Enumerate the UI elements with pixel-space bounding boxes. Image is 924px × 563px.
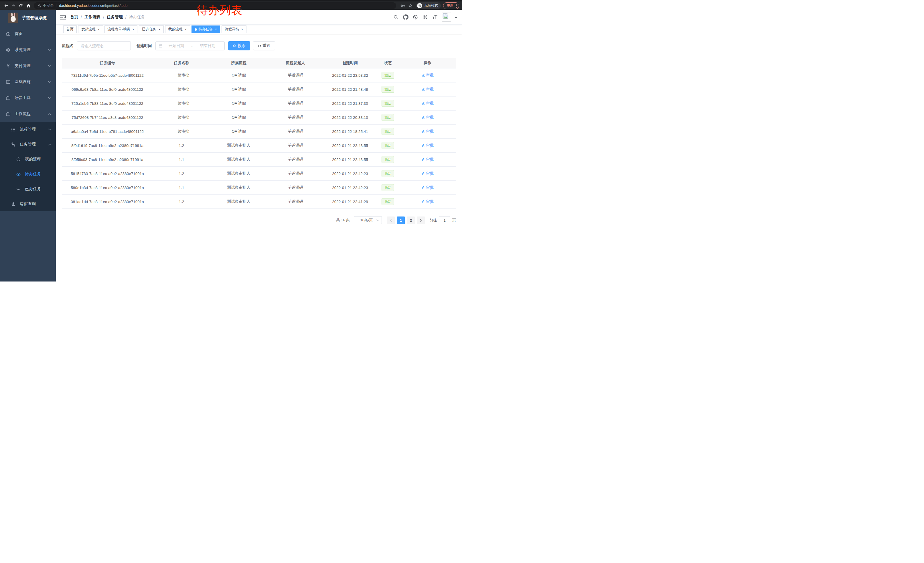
fullscreen-icon [423, 15, 428, 20]
process-cell: OA 请假 [210, 73, 267, 78]
sidebar-item-process-management[interactable]: 流程管理 [0, 122, 56, 137]
browser-menu-icon[interactable] [456, 3, 457, 8]
table-row: 75d72608-7b7f-11ec-a3c8-acde48001122 一级审… [62, 111, 456, 125]
fullscreen-button[interactable] [420, 12, 430, 22]
sidebar-item-dev-tools[interactable]: 研发工具 [0, 90, 56, 106]
page-button-1[interactable]: 1 [397, 216, 405, 224]
password-manager-button[interactable] [399, 2, 406, 9]
process-cell: 测试多审批人 [210, 185, 267, 190]
user-avatar[interactable] [442, 13, 451, 22]
sidebar-item-infrastructure[interactable]: 基础设施 [0, 74, 56, 90]
browser-back-button[interactable] [2, 2, 10, 9]
sidebar-item-payment[interactable]: 支付管理 [0, 58, 56, 74]
starter-cell: 芋道源码 [267, 73, 324, 78]
goto-label: 前往 [429, 218, 437, 223]
tab-todo-tasks[interactable]: 待办任务× [192, 26, 220, 33]
font-size-button[interactable] [430, 12, 440, 22]
date-range-picker[interactable]: 开始日期 - 结束日期 [155, 41, 225, 50]
approve-link[interactable]: 审批 [422, 171, 434, 176]
breadcrumb-home[interactable]: 首页 [70, 15, 78, 20]
status-badge: 激活 [382, 156, 394, 163]
approve-link[interactable]: 审批 [422, 73, 434, 78]
browser-reload-button[interactable] [17, 2, 25, 9]
key-icon [400, 3, 405, 8]
reset-button[interactable]: 重置 [253, 41, 275, 50]
browser-forward-button[interactable] [10, 2, 17, 9]
sidebar-item-leave-query[interactable]: 请假查询 [0, 197, 56, 211]
goto-page-input[interactable] [439, 216, 450, 224]
chevron-left-icon [390, 219, 392, 222]
task-name-cell: 一级审批 [153, 115, 210, 120]
page-size-select[interactable]: 10条/页 [354, 216, 382, 224]
chevron-down-icon [48, 97, 51, 99]
sidebar-item-task-management[interactable]: 任务管理 [0, 137, 56, 152]
column-header-create-time: 创建时间 [324, 60, 377, 66]
create-time-cell: 2022-01-22 21:37:30 [324, 101, 377, 106]
create-time-cell: 2022-01-22 18:25:41 [324, 129, 377, 134]
tab-process-detail[interactable]: 流程详情× [222, 26, 246, 33]
tab-my-process[interactable]: 我的流程× [165, 26, 190, 33]
tab-process-form-edit[interactable]: 流程表单-编辑× [105, 26, 138, 33]
user-menu-caret-icon[interactable] [454, 17, 458, 19]
sidebar-item-system[interactable]: 系统管理 [0, 42, 56, 58]
page-button-2[interactable]: 2 [407, 216, 415, 224]
sidebar-logo[interactable]: 芋道管理系统 [0, 10, 56, 26]
table-body: 73211d9d-7b9b-11ec-b5b7-acde48001122 一级审… [62, 68, 456, 209]
logo-avatar [8, 13, 18, 23]
sidebar-item-home[interactable]: 首页 [0, 26, 56, 42]
breadcrumb-separator: / [81, 15, 82, 20]
close-icon[interactable]: × [132, 27, 135, 31]
help-button[interactable] [411, 12, 420, 22]
approve-link[interactable]: 审批 [422, 115, 434, 120]
approve-link[interactable]: 审批 [422, 157, 434, 162]
browser-update-button[interactable]: 更新 [443, 2, 459, 9]
tab-home[interactable]: 首页 [63, 26, 77, 33]
task-id-cell: 580e1b3d-7ac8-11ec-a9e2-a2380e71991a [62, 186, 153, 190]
sidebar-item-label: 我的流程 [25, 157, 41, 162]
tab-done-tasks[interactable]: 已办任务× [139, 26, 164, 33]
sidebar-item-my-process[interactable]: 我的流程 [0, 152, 56, 167]
close-icon[interactable]: × [215, 27, 217, 31]
sidebar-item-label: 首页 [15, 31, 22, 36]
sidebar-item-label: 工作流程 [15, 111, 31, 117]
sidebar-item-done-tasks[interactable]: 已办任务 [0, 182, 56, 197]
search-button[interactable]: 搜索 [228, 41, 250, 50]
approve-link[interactable]: 审批 [422, 87, 434, 92]
header-search-button[interactable] [391, 12, 401, 22]
sidebar-item-workflow[interactable]: 工作流程 [0, 106, 56, 122]
close-icon[interactable]: × [158, 27, 160, 31]
edit-pencil-icon [422, 158, 425, 161]
next-page-button[interactable] [417, 216, 425, 224]
status-badge: 激活 [382, 114, 394, 121]
github-link[interactable] [401, 12, 411, 22]
sidebar-toggle-button[interactable] [56, 10, 70, 24]
approve-link[interactable]: 审批 [422, 129, 434, 134]
close-icon[interactable]: × [184, 27, 187, 31]
app-title: 芋道管理系统 [22, 15, 46, 21]
approve-link[interactable]: 审批 [422, 199, 434, 204]
task-id-cell: 8f0d1619-7ac8-11ec-a9e2-a2380e71991a [62, 144, 153, 148]
close-icon[interactable]: × [241, 27, 243, 31]
approve-link[interactable]: 审批 [422, 101, 434, 106]
approve-link[interactable]: 审批 [422, 143, 434, 148]
workflow-submenu: 流程管理 任务管理 我的流程 待办任务 已办任务 请假 [0, 122, 56, 211]
table-row: 381aa1dd-7ac8-11ec-a9e2-a2380e71991a 1.2… [62, 195, 456, 209]
breadcrumb-workflow[interactable]: 工作流程 [84, 15, 100, 20]
approve-link[interactable]: 审批 [422, 185, 434, 190]
chevron-down-icon [376, 219, 379, 221]
status-badge: 激活 [382, 128, 394, 135]
sidebar-item-todo-tasks[interactable]: 待办任务 [0, 167, 56, 182]
status-badge: 激活 [382, 184, 394, 191]
github-icon [403, 14, 408, 20]
breadcrumb-task-management[interactable]: 任务管理 [107, 15, 123, 20]
bookmark-button[interactable] [406, 2, 414, 9]
prev-page-button[interactable] [387, 216, 395, 224]
sidebar-item-label: 基础设施 [15, 79, 31, 84]
process-name-input[interactable] [77, 41, 131, 50]
incognito-badge: 无痕模式 [416, 2, 441, 9]
browser-home-button[interactable] [25, 2, 32, 9]
chevron-down-icon [48, 49, 51, 51]
close-icon[interactable]: × [98, 27, 100, 31]
task-id-cell: 069c6a63-7b8a-11ec-8ef0-acde48001122 [62, 87, 153, 92]
tab-start-process[interactable]: 发起流程× [78, 26, 103, 33]
